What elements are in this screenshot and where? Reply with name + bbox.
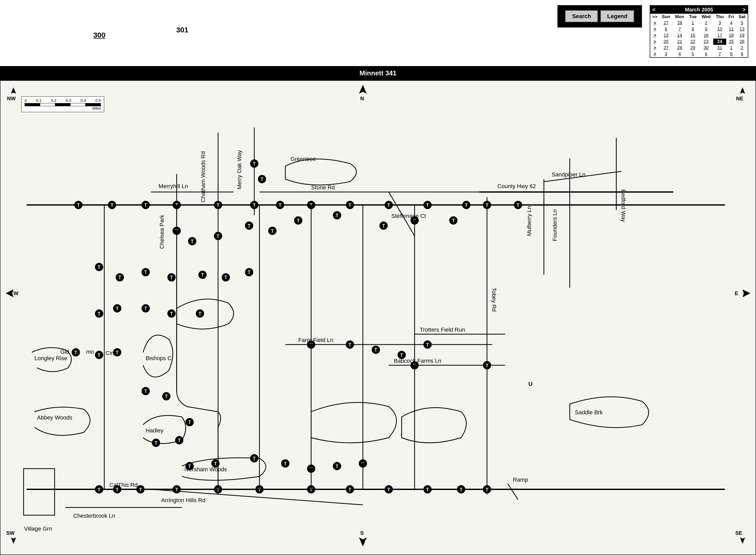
- svg-text:Sandpiper Ln: Sandpiper Ln: [552, 171, 586, 178]
- calendar-day[interactable]: 7: [713, 51, 726, 57]
- calendar-day[interactable]: 2: [699, 20, 713, 26]
- header-bar: Minnett 341: [0, 66, 756, 80]
- svg-text:Chatham Woods Rd: Chatham Woods Rd: [200, 151, 206, 202]
- week-link[interactable]: >: [650, 51, 659, 57]
- svg-text:T: T: [119, 275, 121, 280]
- svg-text:Founders Ln: Founders Ln: [551, 209, 558, 241]
- svg-text:T: T: [144, 270, 147, 275]
- calendar-day[interactable]: 6: [699, 51, 713, 57]
- svg-text:T: T: [144, 203, 147, 208]
- calendar-day[interactable]: 2: [736, 45, 748, 51]
- calendar-day[interactable]: 27: [659, 45, 673, 51]
- calendar-day[interactable]: 31: [713, 45, 726, 51]
- calendar-day[interactable]: 4: [673, 51, 687, 57]
- search-legend-buttons: Search Legend: [565, 10, 634, 22]
- svg-text:Merry Oak Way: Merry Oak Way: [236, 150, 243, 190]
- calendar-day[interactable]: 28: [673, 45, 687, 51]
- calendar-sat-header: Sat: [736, 14, 748, 20]
- calendar-week-row: > 20 21 22 23 24 25 26: [650, 39, 748, 45]
- calendar-prev-button[interactable]: <: [652, 7, 656, 13]
- calendar-day[interactable]: 21: [673, 39, 687, 45]
- calendar-day[interactable]: 30: [699, 45, 713, 51]
- calendar-day[interactable]: 8: [726, 51, 736, 57]
- svg-text:T: T: [486, 363, 489, 368]
- svg-text:T: T: [387, 487, 390, 492]
- calendar-day[interactable]: 7: [673, 26, 687, 32]
- calendar-week-row: > 6 7 8 9 10 11 13: [650, 26, 748, 32]
- svg-text:T: T: [98, 311, 100, 316]
- svg-text:Abbey Woods: Abbey Woods: [37, 414, 72, 421]
- calendar-day[interactable]: 17: [713, 32, 726, 39]
- calendar-today[interactable]: 24: [713, 39, 726, 45]
- toolbar: Search Legend < March 2005 > >> Sun Mon …: [0, 0, 756, 65]
- calendar-day[interactable]: 1: [687, 20, 699, 26]
- calendar-week-row: > 13 14 15 16 17 18 19: [650, 32, 748, 39]
- svg-text:T: T: [155, 440, 157, 446]
- svg-text:Village Grn: Village Grn: [24, 525, 52, 532]
- svg-text:U: U: [529, 381, 533, 387]
- svg-text:T: T: [98, 487, 100, 492]
- calendar-day[interactable]: 1: [726, 45, 736, 51]
- svg-text:T: T: [465, 203, 468, 208]
- svg-text:Longley Rise: Longley Rise: [35, 355, 68, 361]
- calendar-day[interactable]: 3: [713, 20, 726, 26]
- svg-text:T: T: [201, 272, 204, 278]
- svg-text:Chesterbrook Ln: Chesterbrook Ln: [73, 513, 115, 519]
- svg-text:T: T: [516, 203, 519, 208]
- svg-text:T: T: [116, 306, 119, 311]
- calendar-day[interactable]: 14: [673, 32, 687, 39]
- calendar-week-col-header: >>: [650, 14, 659, 20]
- svg-text:T: T: [170, 311, 173, 316]
- calendar-day[interactable]: 15: [687, 32, 699, 39]
- calendar-day[interactable]: 4: [726, 20, 736, 26]
- svg-text:T: T: [248, 270, 251, 275]
- svg-text:T: T: [139, 487, 142, 492]
- week-link[interactable]: >: [650, 32, 659, 39]
- week-link[interactable]: >: [650, 39, 659, 45]
- svg-text:Steffenage Ct: Steffenage Ct: [391, 213, 426, 219]
- calendar-sun-header: Sun: [659, 14, 673, 20]
- svg-text:T: T: [336, 464, 338, 469]
- calendar-day[interactable]: 10: [713, 26, 726, 32]
- calendar-week-row: > 27 28 29 30 31 1 2: [650, 45, 748, 51]
- calendar-day[interactable]: 29: [687, 45, 699, 51]
- calendar-day[interactable]: 5: [687, 51, 699, 57]
- search-legend-panel: Search Legend: [557, 5, 642, 28]
- week-link[interactable]: >: [650, 26, 659, 32]
- calendar-day[interactable]: 5: [736, 20, 748, 26]
- calendar-day[interactable]: 27: [659, 20, 673, 26]
- svg-text:T: T: [452, 218, 455, 223]
- calendar-day[interactable]: 11: [726, 26, 736, 32]
- calendar-day[interactable]: 22: [687, 39, 699, 45]
- calendar-day[interactable]: 9: [699, 26, 713, 32]
- calendar-day[interactable]: 8: [687, 26, 699, 32]
- svg-text:T: T: [426, 203, 429, 208]
- calendar-week-row: > 3 4 5 6 7 8 9: [650, 51, 748, 57]
- calendar-day[interactable]: 20: [659, 39, 673, 45]
- calendar-title: March 2005: [685, 7, 713, 13]
- calendar-day[interactable]: 28: [673, 20, 687, 26]
- svg-text:Farm Field Ln: Farm Field Ln: [298, 337, 333, 343]
- calendar-day[interactable]: 16: [699, 32, 713, 39]
- svg-text:Merryhill Ln: Merryhill Ln: [159, 183, 188, 189]
- calendar-day[interactable]: 13: [736, 26, 748, 32]
- calendar-day[interactable]: 18: [726, 32, 736, 39]
- calendar-day[interactable]: 6: [659, 26, 673, 32]
- svg-line-65: [508, 484, 518, 500]
- calendar-day[interactable]: 25: [726, 39, 736, 45]
- week-link[interactable]: >: [650, 20, 659, 26]
- search-button[interactable]: Search: [565, 10, 598, 22]
- calendar-day[interactable]: 9: [736, 51, 748, 57]
- calendar-day[interactable]: 26: [736, 39, 748, 45]
- calendar-day[interactable]: 13: [659, 32, 673, 39]
- svg-text:T: T: [271, 228, 274, 234]
- calendar-next-button[interactable]: >: [743, 7, 746, 13]
- calendar-day[interactable]: 19: [736, 32, 748, 39]
- calendar-day[interactable]: 3: [659, 51, 673, 57]
- svg-text:T: T: [144, 306, 147, 311]
- svg-text:T: T: [426, 487, 429, 492]
- legend-button[interactable]: Legend: [600, 10, 634, 22]
- calendar-table: >> Sun Mon Tue Wed Thu Fri Sat > 27 28 1: [650, 14, 748, 57]
- calendar-day[interactable]: 23: [699, 39, 713, 45]
- week-link[interactable]: >: [650, 45, 659, 51]
